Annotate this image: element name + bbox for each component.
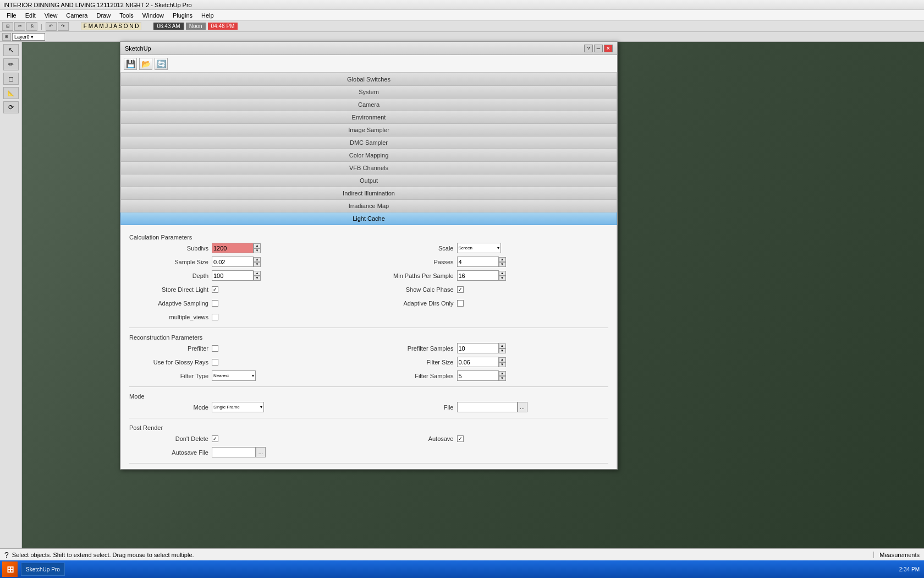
taskbar-sketchup[interactable]: SketchUp Pro: [21, 563, 65, 576]
store-direct-checkbox[interactable]: [212, 286, 218, 293]
toolbar-icon[interactable]: ↶: [46, 22, 57, 31]
toolbar-icon[interactable]: ✂: [14, 22, 25, 31]
section-color-mapping[interactable]: Color Mapping: [120, 149, 617, 162]
section-system[interactable]: System: [120, 86, 617, 99]
adaptive-dirs-label: Adaptive Dirs Only: [375, 300, 457, 307]
save-file-btn[interactable]: 💾: [124, 58, 137, 70]
mode-grid: Mode Single Frame ▾ File: [129, 401, 608, 415]
section-irradiance-map[interactable]: Irradiance Map: [120, 200, 617, 212]
app-title: INTERIOR DINNING AND LIVING 12112012 NIG…: [3, 2, 192, 8]
section-vfb-channels[interactable]: VFB Channels: [120, 162, 617, 175]
calc-params-grid: Subdivs ▲ ▼ Sample Size: [129, 242, 608, 325]
filter-samples-input[interactable]: [457, 370, 499, 381]
filter-size-input[interactable]: [457, 357, 499, 367]
subdivs-up[interactable]: ▲: [254, 243, 261, 248]
passes-up[interactable]: ▲: [499, 257, 506, 262]
sample-size-down[interactable]: ▼: [254, 262, 261, 267]
dialog-close-btn[interactable]: ✕: [604, 45, 613, 52]
section-image-sampler[interactable]: Image Sampler: [120, 124, 617, 137]
subdivs-down[interactable]: ▼: [254, 248, 261, 253]
prefilter-samples-up[interactable]: ▲: [499, 343, 506, 348]
toolbar-row-1: ⊞ ✂ ⎘ | ↶ ↷ F M A M J J A S O N D 06:43 …: [0, 21, 924, 32]
filter-size-down[interactable]: ▼: [499, 362, 506, 367]
multiple-views-label: multiple_views: [129, 314, 212, 320]
depth-up[interactable]: ▲: [254, 271, 261, 276]
section-global-switches[interactable]: Global Switches: [120, 73, 617, 86]
multiple-views-checkbox[interactable]: [212, 314, 218, 320]
tool-eraser[interactable]: ◻: [3, 73, 19, 85]
dialog-help-btn[interactable]: ?: [584, 45, 593, 52]
filter-type-select[interactable]: Nearest ▾: [212, 370, 256, 381]
menu-plugins[interactable]: Plugins: [168, 11, 197, 20]
section-dmc-sampler[interactable]: DMC Sampler: [120, 137, 617, 149]
toolbar-icon[interactable]: ⊞: [2, 22, 13, 31]
calc-params-title: Calculation Parameters: [129, 231, 608, 242]
menu-draw[interactable]: Draw: [92, 11, 115, 20]
autosave-checkbox[interactable]: [457, 435, 464, 442]
section-indirect-illumination[interactable]: Indirect Illumination: [120, 187, 617, 200]
prefilter-samples-row: Prefilter Samples ▲ ▼: [375, 342, 609, 354]
mode-right-col: File …: [375, 401, 609, 415]
subdivs-input[interactable]: [212, 243, 254, 253]
adaptive-dirs-checkbox[interactable]: [457, 300, 464, 307]
mode-select[interactable]: Single Frame ▾: [212, 402, 264, 412]
tool-paint[interactable]: ✏: [3, 58, 19, 70]
prefilter-checkbox[interactable]: [212, 345, 218, 352]
refresh-btn[interactable]: 🔄: [155, 58, 168, 70]
menu-edit[interactable]: Edit: [21, 11, 40, 20]
menu-camera[interactable]: Camera: [62, 11, 92, 20]
glossy-rays-checkbox[interactable]: [212, 359, 218, 366]
toolbar-icon[interactable]: ↷: [58, 22, 69, 31]
file-browse-btn[interactable]: …: [518, 402, 527, 412]
depth-down[interactable]: ▼: [254, 276, 261, 281]
layer-select[interactable]: Layer0 ▾: [12, 33, 45, 41]
glossy-rays-value: [212, 359, 218, 366]
filter-size-up[interactable]: ▲: [499, 357, 506, 362]
min-paths-label: Min Paths Per Sample: [375, 272, 457, 279]
passes-row: Passes ▲ ▼: [375, 256, 609, 268]
dialog-minimize-btn[interactable]: ─: [594, 45, 603, 52]
sample-size-up[interactable]: ▲: [254, 257, 261, 262]
autosave-file-input[interactable]: [212, 447, 256, 457]
depth-input[interactable]: [212, 270, 254, 281]
filter-samples-down[interactable]: ▼: [499, 376, 506, 381]
min-paths-input[interactable]: [457, 270, 499, 281]
mode-dropdown-icon: ▾: [260, 405, 262, 410]
prefilter-samples-down[interactable]: ▼: [499, 348, 506, 353]
open-file-btn[interactable]: 📂: [139, 58, 152, 70]
section-output[interactable]: Output: [120, 175, 617, 187]
scale-select[interactable]: Screen ▾: [457, 243, 501, 253]
passes-down[interactable]: ▼: [499, 262, 506, 267]
menu-tools[interactable]: Tools: [115, 11, 138, 20]
start-button[interactable]: ⊞: [2, 561, 18, 577]
passes-input[interactable]: [457, 257, 499, 267]
sample-size-input[interactable]: [212, 257, 254, 267]
post-render-right-col: Autosave: [375, 433, 609, 460]
tool-orbit[interactable]: ⟳: [3, 101, 19, 113]
divider-1: [129, 328, 608, 328]
multiple-views-value: [212, 314, 218, 320]
toolbar-icon[interactable]: ⎘: [26, 22, 37, 31]
dont-delete-checkbox[interactable]: [212, 435, 218, 442]
multiple-views-row: multiple_views: [129, 311, 364, 323]
toolbar-row-2: ⊞ Layer0 ▾: [0, 32, 924, 42]
menu-window[interactable]: Window: [138, 11, 168, 20]
toolbar-small-icon[interactable]: ⊞: [2, 33, 11, 41]
tool-select[interactable]: ↖: [3, 44, 19, 56]
adaptive-sampling-checkbox[interactable]: [212, 300, 218, 307]
tool-measure[interactable]: 📐: [3, 87, 19, 99]
menu-help[interactable]: Help: [197, 11, 218, 20]
autosave-browse-btn[interactable]: …: [256, 447, 266, 457]
menu-view[interactable]: View: [40, 11, 62, 20]
min-paths-down[interactable]: ▼: [499, 276, 506, 281]
menu-file[interactable]: File: [2, 11, 21, 20]
section-environment[interactable]: Environment: [120, 111, 617, 124]
prefilter-samples-input[interactable]: [457, 343, 499, 353]
divider-4: [129, 463, 608, 464]
section-camera[interactable]: Camera: [120, 99, 617, 111]
min-paths-up[interactable]: ▲: [499, 271, 506, 276]
filter-samples-up[interactable]: ▲: [499, 371, 506, 376]
file-input[interactable]: [457, 402, 518, 412]
section-light-cache[interactable]: Light Cache: [120, 212, 617, 225]
show-calc-phase-checkbox[interactable]: [457, 286, 464, 293]
